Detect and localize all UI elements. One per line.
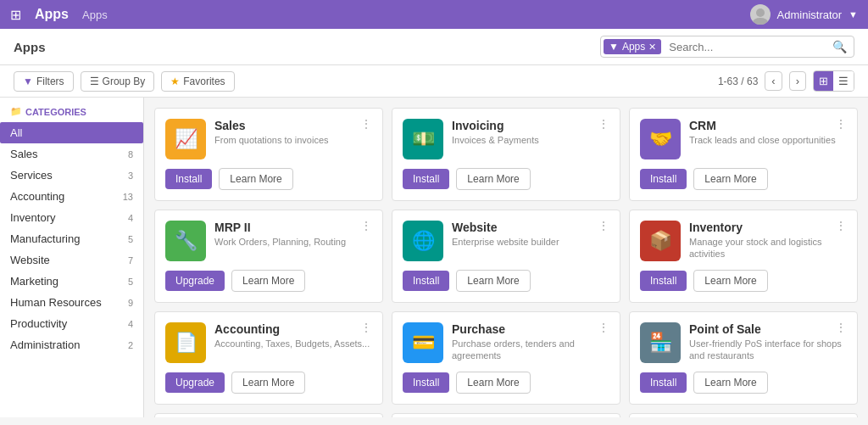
sidebar-item-services[interactable]: Services3	[0, 165, 143, 186]
app-icon: 🏪	[640, 322, 681, 363]
app-actions: Install Learn More	[403, 372, 609, 394]
app-name: Inventory	[689, 221, 847, 234]
sidebar-item-count: 9	[128, 298, 133, 308]
learn-more-button[interactable]: Learn More	[693, 270, 767, 292]
app-info: Point of Sale User-friendly PoS interfac…	[689, 322, 847, 362]
next-page-button[interactable]: ›	[789, 71, 806, 91]
app-card: ⋮ 💵 Invoicing Invoices & Payments Instal…	[392, 108, 620, 201]
filters-label: Filters	[36, 75, 64, 87]
filters-button[interactable]: ▼ Filters	[14, 71, 74, 92]
admin-chevron[interactable]: ▼	[849, 9, 858, 20]
search-tag-filter-icon: ▼	[609, 41, 619, 53]
folder-icon: 📁	[10, 106, 22, 117]
install-button[interactable]: Install	[640, 372, 687, 393]
app-card: ⋮ 🧩 Project Organize and plan your proje…	[154, 413, 383, 417]
search-tag: ▼ Apps ✕	[604, 39, 661, 54]
upgrade-button[interactable]: Upgrade	[165, 271, 225, 291]
learn-more-button[interactable]: Learn More	[456, 372, 530, 394]
sidebar-item-inventory[interactable]: Inventory4	[0, 207, 143, 228]
sidebar-item-count: 8	[128, 149, 133, 159]
install-button[interactable]: Install	[403, 169, 449, 189]
page-title: Apps	[14, 40, 593, 54]
app-more-button[interactable]: ⋮	[594, 319, 613, 336]
sidebar-item-marketing[interactable]: Marketing5	[0, 271, 143, 292]
learn-more-button[interactable]: Learn More	[693, 168, 767, 190]
sidebar-item-all[interactable]: All	[0, 122, 143, 143]
app-more-button[interactable]: ⋮	[832, 115, 850, 132]
sidebar-item-administration[interactable]: Administration2	[0, 334, 143, 355]
subheader: Apps ▼ Apps ✕ 🔍	[0, 29, 868, 65]
app-card: ⋮ 💳 Purchase Purchase orders, tenders an…	[392, 311, 620, 405]
app-actions: Upgrade Learn More	[165, 372, 372, 394]
install-button[interactable]: Install	[165, 169, 212, 189]
app-icon: 💳	[403, 322, 443, 363]
app-more-button[interactable]: ⋮	[832, 319, 850, 336]
app-desc: User-friendly PoS interface for shops an…	[689, 338, 847, 362]
app-card: ⋮ 🤝 CRM Track leads and close opportunit…	[629, 108, 858, 201]
sidebar-item-accounting[interactable]: Accounting13	[0, 186, 143, 207]
sidebar-item-count: 5	[128, 234, 133, 244]
sidebar-item-label: Human Resources	[10, 296, 102, 309]
learn-more-button[interactable]: Learn More	[231, 270, 305, 292]
install-button[interactable]: Install	[403, 372, 449, 393]
app-card-header: 💵 Invoicing Invoices & Payments	[403, 119, 609, 159]
app-name: MRP II	[214, 221, 372, 234]
search-submit-button[interactable]: 🔍	[826, 36, 854, 57]
app-info: CRM Track leads and close opportunities	[689, 119, 847, 146]
app-icon: 🔧	[165, 221, 206, 261]
learn-more-button[interactable]: Learn More	[231, 372, 305, 394]
sidebar-item-human-resources[interactable]: Human Resources9	[0, 292, 143, 313]
app-desc: Accounting, Taxes, Budgets, Assets...	[214, 338, 372, 350]
app-icon: 📦	[640, 221, 681, 261]
install-button[interactable]: Install	[640, 169, 687, 189]
admin-label[interactable]: Administrator	[777, 8, 843, 21]
app-desc: Work Orders, Planning, Routing	[214, 236, 372, 248]
sidebar-item-website[interactable]: Website7	[0, 249, 143, 271]
app-more-button[interactable]: ⋮	[357, 217, 376, 234]
sidebar-item-label: Sales	[10, 148, 38, 160]
search-bar: ▼ Apps ✕ 🔍	[600, 36, 854, 58]
learn-more-button[interactable]: Learn More	[456, 168, 530, 190]
sidebar-item-manufacturing[interactable]: Manufacturing5	[0, 228, 143, 249]
app-desc: Purchase orders, tenders and agreements	[452, 338, 609, 362]
learn-more-button[interactable]: Learn More	[456, 270, 530, 292]
list-view-button[interactable]: ☰	[833, 71, 854, 91]
app-card-header: 🌐 Website Enterprise website builder	[403, 221, 609, 261]
app-name: CRM	[689, 119, 847, 132]
app-name: Website	[452, 221, 609, 234]
app-card: ⋮ 🌐 Website Enterprise website builder I…	[392, 210, 620, 303]
groupby-button[interactable]: ☰ Group By	[81, 71, 155, 92]
app-more-button[interactable]: ⋮	[594, 217, 613, 234]
install-button[interactable]: Install	[640, 271, 687, 291]
filter-icon: ▼	[23, 75, 33, 87]
app-card-header: 📦 Inventory Manage your stock and logist…	[640, 221, 847, 261]
learn-more-button[interactable]: Learn More	[219, 168, 292, 190]
topnav-apps-link[interactable]: Apps	[82, 8, 108, 21]
main-layout: 📁 CATEGORIES AllSales8Services3Accountin…	[0, 98, 868, 417]
grid-view-button[interactable]: ⊞	[814, 71, 833, 91]
app-more-button[interactable]: ⋮	[357, 319, 376, 336]
svg-point-1	[753, 18, 768, 25]
app-more-button[interactable]: ⋮	[594, 115, 613, 132]
sidebar-item-sales[interactable]: Sales8	[0, 143, 143, 165]
app-card-header: 💳 Purchase Purchase orders, tenders and …	[403, 322, 609, 363]
upgrade-button[interactable]: Upgrade	[165, 372, 225, 393]
favorites-button[interactable]: ★ Favorites	[161, 71, 234, 92]
search-input[interactable]	[664, 37, 826, 57]
search-tag-close[interactable]: ✕	[648, 42, 656, 53]
install-button[interactable]: Install	[403, 271, 449, 291]
app-desc: Manage your stock and logistics activiti…	[689, 236, 847, 260]
sidebar-item-count: 4	[128, 213, 133, 223]
app-more-button[interactable]: ⋮	[832, 217, 850, 234]
sidebar-item-productivity[interactable]: Productivity4	[0, 313, 143, 334]
app-info: Inventory Manage your stock and logistic…	[689, 221, 847, 260]
app-info: Invoicing Invoices & Payments	[452, 119, 609, 146]
sidebar-item-label: Inventory	[10, 211, 55, 224]
learn-more-button[interactable]: Learn More	[693, 372, 767, 394]
sidebar-item-label: Accounting	[10, 190, 64, 203]
grid-icon[interactable]: ⊞	[10, 7, 21, 23]
app-desc: Invoices & Payments	[452, 134, 609, 146]
prev-page-button[interactable]: ‹	[765, 71, 782, 91]
app-more-button[interactable]: ⋮	[357, 115, 376, 132]
app-card: ⋮ 🔧 MRP II Work Orders, Planning, Routin…	[154, 210, 383, 303]
